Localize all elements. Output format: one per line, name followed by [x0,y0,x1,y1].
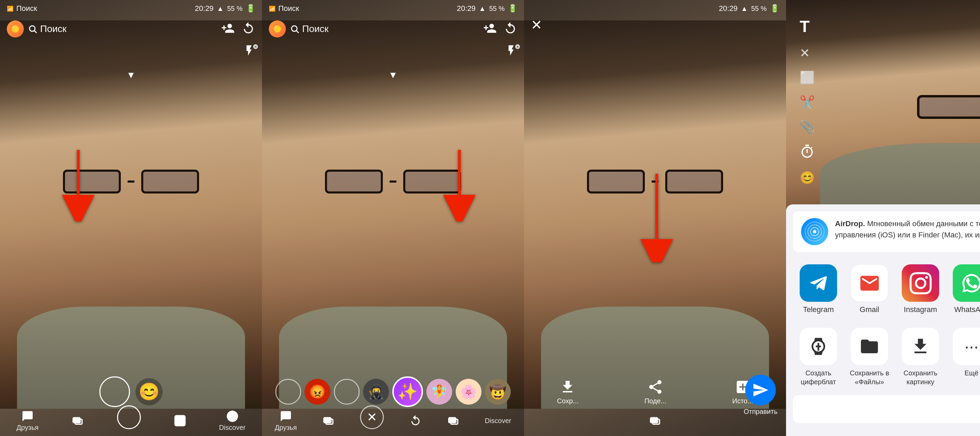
nav-discover-label-1: Discover [219,424,246,431]
app-telegram[interactable]: Telegram [796,264,840,314]
tool-clip-btn[interactable]: 📎 [800,120,815,134]
rotate-btn-2[interactable] [504,21,517,37]
search-area-2[interactable]: 🟡 Поиск [269,21,329,37]
add-friend-btn-2[interactable] [483,21,497,37]
action-download-3[interactable]: Сохр... [557,379,579,405]
status-right-1: 20:29 ▲ 55 % 🔋 [195,4,255,13]
flash-x-label: ✕ [254,45,257,49]
whatsapp-svg [961,272,980,294]
send-label-3: Отправить [743,408,777,415]
glasses-area-1 [40,168,223,195]
flash-btn-1[interactable]: ✕ [243,44,255,60]
search-icon-2 [290,24,299,34]
app-whatsapp[interactable]: WhatsApp [950,264,980,314]
filter-angry-2[interactable]: 😡 [305,379,331,405]
instagram-label: Instagram [904,305,937,314]
top-bar-1: 🟡 Поиск [0,17,262,41]
gmail-icon [851,264,888,302]
glasses2-bridge [390,180,396,182]
add-friend-btn-1[interactable] [221,21,235,37]
filter-empty-circle-2[interactable] [275,379,301,405]
search-btn-2[interactable]: Поиск [290,24,329,34]
tool-scissors-btn[interactable]: ✂️ [800,95,815,109]
rotate-icon-1 [242,21,255,35]
avatar-1[interactable]: 🟡 [7,21,24,37]
filter-sparkle-2-selected[interactable]: ✨ [392,376,423,407]
send-icon-3 [752,382,769,399]
filter-emoji-1[interactable]: 😊 [135,378,163,405]
add-friend-icon-2 [483,21,497,35]
dropdown-arrow-1[interactable]: ▾ [128,68,134,81]
rotate-icon-2 [504,21,517,35]
filter-fairy-2[interactable]: 🧚 [426,379,452,405]
filter-grey-circle-2[interactable] [334,379,360,405]
status-right-2: 20:29 ▲ 55 % 🔋 [457,4,517,13]
nav-friends-1[interactable]: Друзья [17,410,39,431]
search-btn-1[interactable]: Поиск [28,24,67,34]
filter-ninja-2[interactable]: 🥷 [363,379,389,405]
action-download-label-3: Сохр... [557,397,579,405]
close-btn-3[interactable]: ✕ [531,17,542,33]
nav-cards-1[interactable] [72,415,84,427]
nav-cards-3[interactable] [649,415,661,427]
svg-point-8 [292,26,297,31]
battery-icon-3: 🔋 [770,4,779,13]
watch-label: Создать циферблат [796,369,840,386]
cancel-btn[interactable]: Отменить [793,395,980,423]
left-tools: T ✕ ⬜ ✂️ 📎 😊 [800,17,815,185]
airdrop-text-content: AirDrop. Мгновенный обмен данными с теми… [835,218,980,241]
svg-line-9 [296,31,298,33]
nav-cards-2[interactable] [322,415,334,427]
save-image-label: Сохранить картинку [898,369,943,386]
nav-discover-1[interactable]: Discover [219,410,246,431]
tool-sticker-btn[interactable]: ⬜ [800,70,815,85]
airdrop-svg-icon [804,221,825,242]
nav-cancel-2[interactable]: ✕ [360,405,384,429]
dropdown-arrow-2[interactable]: ▾ [390,68,396,81]
battery-icon-1: 🔋 [246,4,255,13]
share-icon-3 [647,379,663,395]
action-watch[interactable]: Создать циферблат [796,328,840,386]
cards-icon-1 [72,415,84,427]
flash-btn-2[interactable]: ✕ [505,44,517,60]
top-bar-2: 🟡 Поиск [262,17,524,41]
instagram-icon [902,264,939,302]
action-more[interactable]: ··· Ещё [950,328,980,386]
cards-icon-3 [649,415,661,427]
svg-rect-4 [75,419,82,425]
app-instagram[interactable]: Instagram [898,264,943,314]
glasses3-right [665,169,723,193]
nav-discover-2[interactable]: Discover [485,417,511,425]
action-save-image[interactable]: Сохранить картинку [898,328,943,386]
filter-cowboy-2[interactable]: 🤠 [485,379,511,405]
tool-text-btn[interactable]: T [800,17,815,36]
tool-timer-btn[interactable] [800,144,815,160]
svg-rect-12 [326,419,333,425]
nav-friends-2[interactable]: Друзья [275,410,297,431]
svg-line-1 [34,31,37,33]
search-area-1[interactable]: 🟡 Поиск [7,21,67,37]
battery-pct-3: 55 % [751,5,767,13]
nav-timer-2[interactable] [409,415,422,427]
tool-emoji-btn[interactable]: 😊 [800,171,815,185]
nav-stories-1[interactable] [174,415,186,427]
top-icons-2 [483,21,517,37]
rotate-btn-1[interactable] [242,21,255,37]
avatar-2[interactable]: 🟡 [269,21,286,37]
action-files[interactable]: Сохранить в «Файлы» [847,328,891,386]
filter-circle-1[interactable] [99,376,130,407]
status-wifi-label-2: Поиск [278,4,299,13]
send-btn-area-3[interactable]: Отправить [745,375,776,405]
airdrop-banner[interactable]: AirDrop. Мгновенный обмен данными с теми… [793,211,980,252]
send-btn-3[interactable] [745,375,776,405]
action-share-3[interactable]: Поде... [644,379,667,405]
app-gmail[interactable]: Gmail [847,264,891,314]
filter-anime-2[interactable]: 🌸 [456,379,482,405]
watch-action-icon [800,328,837,365]
svg-rect-17 [653,419,660,425]
airdrop-title: AirDrop. [835,219,865,228]
nav-cards2-2[interactable] [447,415,460,427]
nav-camera-1[interactable] [117,405,141,429]
tool-close-btn[interactable]: ✕ [800,46,815,60]
share-sheet: AirDrop. Мгновенный обмен данными с теми… [786,204,980,436]
